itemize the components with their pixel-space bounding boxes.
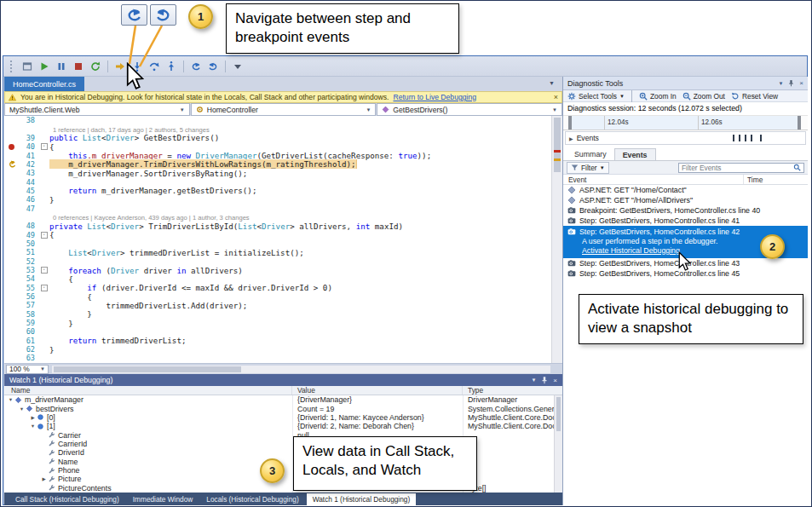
breakpoint-marker[interactable] bbox=[4, 143, 18, 151]
step-out-button[interactable] bbox=[164, 59, 179, 74]
fold-toggle-icon[interactable]: - bbox=[41, 143, 48, 150]
code-token: return bbox=[68, 186, 96, 195]
infobar-close-icon[interactable]: × bbox=[554, 94, 558, 101]
zoom-select[interactable]: 100 % ▼ bbox=[6, 365, 49, 374]
breadcrumb-item[interactable]: HomeController▼ bbox=[191, 103, 377, 116]
fold-margin[interactable]: - bbox=[38, 143, 49, 150]
event-row[interactable]: Breakpoint: GetBestDrivers, HomeControll… bbox=[563, 205, 808, 216]
historical-debugging-infobar: You are in Historical Debugging. Look fo… bbox=[4, 91, 562, 103]
nav-forward-button[interactable] bbox=[150, 4, 176, 26]
reset-view-button[interactable]: Reset View bbox=[729, 92, 780, 101]
watch-row[interactable]: ▼m_driverManager{DriverManager}DriverMan… bbox=[4, 395, 562, 404]
select-tools-button[interactable]: Select Tools ▼ bbox=[566, 92, 626, 101]
dropdown-button[interactable] bbox=[230, 59, 245, 74]
line-number: 39 bbox=[18, 134, 38, 142]
line-number: 62 bbox=[18, 345, 38, 354]
fold-toggle-icon[interactable]: - bbox=[41, 267, 48, 274]
watch-row[interactable]: CarrierId1 bbox=[4, 440, 562, 448]
play-button[interactable] bbox=[37, 59, 52, 74]
nav-back-button[interactable] bbox=[188, 59, 204, 74]
code-token bbox=[49, 151, 68, 160]
expander-icon[interactable]: ▼ bbox=[29, 423, 37, 429]
watch-name: bestDrivers bbox=[36, 405, 73, 413]
panel-tab[interactable]: Locals (Historical Debugging) bbox=[200, 493, 304, 505]
pause-button[interactable] bbox=[54, 59, 69, 74]
fold-margin[interactable]: - bbox=[38, 285, 49, 291]
breadcrumb-item[interactable]: MyShuttle.Client.Web▼ bbox=[4, 103, 190, 116]
events-track[interactable]: ▶ Events bbox=[565, 131, 806, 145]
column-header-value[interactable]: Value bbox=[292, 386, 463, 395]
watch-row[interactable]: PictureContentsnullbyte[] bbox=[4, 484, 562, 493]
stop-button[interactable] bbox=[71, 59, 86, 74]
expander-icon[interactable]: ▶ bbox=[40, 476, 48, 481]
editor-horizontal-scrollbar[interactable] bbox=[52, 366, 550, 373]
zoom-in-button[interactable]: Zoom In bbox=[637, 92, 678, 101]
panel-tab[interactable]: Watch 1 (Historical Debugging) bbox=[307, 493, 417, 505]
annotation-badge-1: 1 bbox=[188, 4, 213, 29]
code-token: allDrivers) bbox=[187, 266, 243, 275]
events-filter-row: Filter ▼ Filter Events bbox=[563, 160, 808, 175]
pin-icon[interactable] bbox=[787, 79, 795, 87]
event-row[interactable]: ASP.NET: GET "/Home/AllDrivers" bbox=[563, 195, 808, 205]
column-header-time[interactable]: Time bbox=[744, 176, 808, 184]
column-header-name[interactable]: Name bbox=[4, 386, 292, 395]
fold-margin[interactable]: - bbox=[38, 267, 49, 274]
fold-toggle-icon[interactable]: - bbox=[41, 285, 48, 291]
code-editor[interactable]: 381 reference | dach, 17 days ago | 2 au… bbox=[4, 116, 562, 363]
document-tab[interactable]: HomeController.cs bbox=[4, 77, 84, 91]
scrollbar-thumb[interactable] bbox=[556, 397, 561, 431]
event-row[interactable]: ASP.NET: GET "/Home/Contact" bbox=[563, 185, 808, 195]
filter-events-input[interactable]: Filter Events bbox=[678, 163, 804, 173]
editor-vertical-scrollbar[interactable] bbox=[551, 116, 562, 363]
pin-icon[interactable] bbox=[540, 376, 549, 384]
step-over-button[interactable] bbox=[147, 59, 162, 74]
event-row[interactable]: Step: GetBestDrivers, HomeController.cs … bbox=[563, 268, 808, 279]
return-to-live-debugging-link[interactable]: Return to Live Debugging bbox=[393, 93, 475, 101]
document-list-chevron-icon[interactable]: ▼ bbox=[549, 80, 555, 86]
nav-back-button[interactable] bbox=[121, 4, 147, 26]
method-icon bbox=[382, 106, 389, 113]
timeline-ruler[interactable]: 12.04s 12.06s bbox=[563, 115, 808, 130]
watch-row[interactable]: ▼bestDriversCount = 19System.Collections… bbox=[4, 404, 562, 412]
event-row[interactable]: Step: GetBestDrivers, HomeController.cs … bbox=[563, 216, 808, 226]
filter-button[interactable]: Filter ▼ bbox=[567, 162, 609, 174]
watch-row[interactable]: DriverId2 bbox=[4, 448, 562, 457]
line-number: 41 bbox=[18, 152, 38, 160]
event-row[interactable]: Step: GetBestDrivers, HomeController.cs … bbox=[563, 258, 808, 268]
breadcrumb-item[interactable]: GetBestDrivers()▼ bbox=[377, 103, 562, 116]
step-into-button[interactable] bbox=[130, 59, 145, 74]
column-header-type[interactable]: Type bbox=[463, 386, 562, 395]
code-text: List<Driver> trimmedDriverList = initial… bbox=[49, 248, 551, 257]
expander-icon[interactable]: ▶ bbox=[569, 135, 573, 141]
watch-rows-list: ▼m_driverManager{DriverManager}DriverMan… bbox=[4, 395, 562, 493]
close-icon[interactable]: × bbox=[553, 377, 557, 384]
expander-icon[interactable]: ▼ bbox=[18, 406, 26, 412]
restart-button[interactable] bbox=[88, 59, 103, 74]
expander-icon[interactable]: ▶ bbox=[29, 415, 37, 420]
zoom-out-button[interactable]: Zoom Out bbox=[681, 92, 727, 101]
fold-margin[interactable]: - bbox=[38, 232, 49, 239]
column-header-event[interactable]: Event bbox=[563, 175, 744, 184]
close-icon[interactable]: × bbox=[799, 79, 803, 87]
hist-arrow-marker[interactable] bbox=[4, 160, 18, 168]
panel-tab[interactable]: Immediate Window bbox=[127, 493, 199, 505]
scrollbar-thumb[interactable] bbox=[554, 118, 561, 172]
diagnostics-tabs: SummaryEvents bbox=[567, 148, 656, 161]
window-menu-chevron-icon[interactable]: ▼ bbox=[778, 81, 783, 86]
scrollbar-thumb[interactable] bbox=[54, 366, 241, 372]
fold-toggle-icon[interactable]: - bbox=[41, 232, 48, 239]
window-menu-chevron-icon[interactable]: ▼ bbox=[531, 377, 536, 383]
window-button[interactable] bbox=[20, 59, 35, 74]
timeline-selection[interactable] bbox=[568, 116, 801, 130]
tab-summary[interactable]: Summary bbox=[567, 148, 614, 161]
expander-icon[interactable]: ▼ bbox=[7, 397, 14, 402]
tab-events[interactable]: Events bbox=[614, 148, 656, 161]
watch-row[interactable]: Carriernull bbox=[4, 430, 562, 439]
panel-tab[interactable]: Call Stack (Historical Debugging) bbox=[9, 493, 125, 505]
show-next-button[interactable] bbox=[112, 59, 128, 74]
nav-forward-button[interactable] bbox=[205, 59, 221, 74]
watch-row[interactable]: ▼[1]{DriverId: 2, Name: Deborah Chen}MyS… bbox=[4, 422, 562, 430]
watch-row[interactable]: ▶[0]{DriverId: 1, Name: Kaycee Anderson}… bbox=[4, 413, 562, 422]
toolbar-drag-handle[interactable] bbox=[10, 60, 14, 72]
watch-vertical-scrollbar[interactable] bbox=[554, 395, 562, 493]
